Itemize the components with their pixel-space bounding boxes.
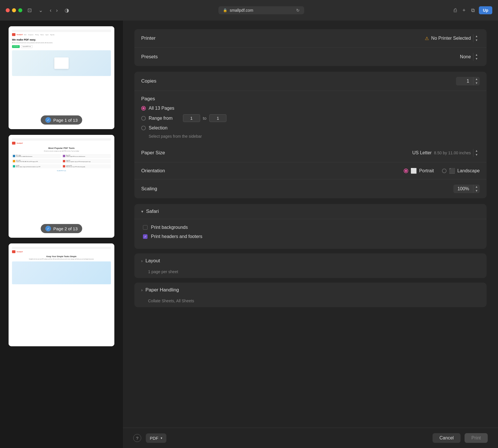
all-pages-label: All 13 Pages (149, 106, 174, 111)
all-pages-row[interactable]: All 13 Pages (141, 106, 480, 111)
share-button[interactable]: ⎙ (452, 6, 459, 15)
scaling-stepper-box[interactable]: 100% ▲ ▼ (453, 185, 480, 193)
range-radio[interactable] (141, 116, 146, 121)
print-backgrounds-row[interactable]: Print backgrounds (143, 225, 478, 230)
range-from-input[interactable] (183, 114, 200, 122)
print-panel: Printer ⚠ No Printer Selected ▲ ▼ Preset… (123, 21, 498, 448)
print-headers-row[interactable]: ✓ Print headers and footers (143, 234, 478, 239)
nav-buttons: ‹ › (48, 6, 59, 15)
presets-label: Presets (141, 54, 181, 60)
paper-size-value[interactable]: US Letter 8.50 by 11.00 inches ▲ ▼ (412, 149, 480, 157)
tabs-button[interactable]: ⧉ (469, 6, 477, 15)
warning-icon: ⚠ (425, 36, 429, 41)
page-1-hero-title: We make PDF easy. (12, 38, 111, 41)
paper-size-down-btn[interactable]: ▼ (473, 153, 480, 157)
print-headers-checkbox[interactable]: ✓ (143, 234, 148, 239)
print-headers-label: Print headers and footers (151, 234, 202, 239)
range-to-input[interactable] (209, 114, 226, 122)
tools-grid: PDF to WordConvert PDFs to editable Word… (12, 154, 111, 168)
printer-value[interactable]: ⚠ No Printer Selected ▲ ▼ (425, 34, 480, 42)
page-thumbnail-3[interactable]: Smallpdf Keep Your Simple Tasks Simple S… (9, 243, 114, 346)
portrait-option[interactable]: ⬜ Portrait (404, 168, 434, 174)
printer-down-btn[interactable]: ▼ (473, 38, 480, 42)
tool-text-esign: eSign PDFCreate your signature, sign you… (66, 160, 91, 162)
logo-box (12, 33, 15, 36)
portrait-radio[interactable] (404, 169, 408, 173)
sidebar-dropdown-button[interactable]: ⌄ (37, 6, 45, 15)
safari-content: Print backgrounds ✓ Print headers and fo… (134, 219, 487, 249)
page-1-label: ✓ Page 1 of 13 (41, 115, 82, 125)
print-backgrounds-checkbox[interactable] (143, 225, 148, 230)
fullscreen-button[interactable] (18, 8, 22, 12)
safari-title: Safari (146, 209, 159, 214)
scaling-down-btn[interactable]: ▼ (473, 189, 480, 193)
printer-name: No Printer Selected (431, 36, 471, 41)
copies-stepper-box[interactable]: 1 ▲ ▼ (456, 77, 480, 85)
copies-down-btn[interactable]: ▼ (473, 81, 480, 85)
sidebar-toggle-button[interactable]: ⊡ (26, 6, 33, 15)
range-radio-row[interactable]: Range from to (141, 114, 480, 122)
tool-text-word: PDF to WordConvert PDFs to editable Word… (16, 155, 32, 157)
selection-radio[interactable] (141, 126, 146, 130)
layout-sub: 1 page per sheet (134, 268, 487, 278)
page-1-btns: Get Pro Now Explore All PDF Tools (12, 45, 111, 48)
up-button[interactable]: Up (479, 6, 492, 14)
pdf-label: PDF (150, 436, 158, 441)
tool-compress: Compress PDFReduce the size of your PDF … (62, 164, 111, 168)
bottom-right-buttons: Cancel Print (433, 433, 488, 443)
presets-up-btn[interactable]: ▲ (473, 53, 480, 57)
paper-handling-header[interactable]: › Paper Handling (134, 283, 487, 297)
landscape-option[interactable]: ⬛ Landscape (442, 168, 480, 174)
cancel-button[interactable]: Cancel (433, 433, 461, 443)
tool-icon-edit (13, 165, 15, 167)
main-area: Smallpdf ToolsCompressPricingTeamsLog In… (0, 21, 498, 448)
page-2-content: Smallpdf Most Popular PDF Tools 21 tools… (9, 135, 114, 238)
copies-up-btn[interactable]: ▲ (473, 77, 480, 81)
paper-size-up-btn[interactable]: ▲ (473, 149, 480, 153)
layout-section: › Layout 1 page per sheet (134, 253, 487, 278)
presets-down-btn[interactable]: ▼ (473, 57, 480, 61)
back-button[interactable]: ‹ (48, 6, 53, 15)
page-thumbnail-1[interactable]: Smallpdf ToolsCompressPricingTeamsLog In… (9, 26, 114, 129)
printer-up-btn[interactable]: ▲ (473, 34, 480, 38)
paper-size-stepper[interactable]: ▲ ▼ (473, 149, 480, 157)
layout-header[interactable]: › Layout (134, 253, 487, 268)
copies-row: Copies 1 ▲ ▼ (134, 72, 487, 91)
tool-icon-word (13, 155, 15, 157)
content-filter-button[interactable]: ◑ (63, 6, 71, 15)
forward-button[interactable]: › (54, 6, 59, 15)
print-backgrounds-label: Print backgrounds (151, 225, 188, 230)
selection-radio-row[interactable]: Selection (141, 125, 480, 131)
copies-stepper-btns[interactable]: ▲ ▼ (473, 77, 480, 85)
print-button[interactable]: Print (465, 433, 488, 443)
presets-stepper[interactable]: ▲ ▼ (473, 53, 480, 61)
new-tab-button[interactable]: + (461, 6, 467, 15)
page-3-title: Keep Your Simple Tasks Simple (12, 255, 111, 257)
scaling-row: Scaling 100% ▲ ▼ (134, 179, 487, 198)
address-bar[interactable]: 🔒 smallpdf.com ↻ (218, 6, 304, 14)
layout-title: Layout (146, 258, 160, 264)
scaling-stepper-btns[interactable]: ▲ ▼ (473, 185, 480, 193)
svg-rect-3 (55, 62, 61, 62)
close-button[interactable] (6, 8, 10, 12)
landscape-label: Landscape (457, 168, 480, 173)
printer-presets-section: Printer ⚠ No Printer Selected ▲ ▼ Preset… (134, 29, 487, 66)
tool-edit-pdf: Edit PDFAdd text, shapes, images and fre… (12, 164, 61, 168)
page-3-logo: Smallpdf (12, 250, 111, 253)
page-2-label-text: Page 2 of 13 (53, 226, 77, 231)
minimize-button[interactable] (12, 8, 16, 12)
pdf-dropdown[interactable]: PDF ▾ (146, 433, 166, 443)
all-pages-radio[interactable] (141, 106, 146, 111)
reload-icon[interactable]: ↻ (296, 8, 300, 13)
landscape-radio[interactable] (442, 169, 447, 173)
page-thumbnail-2[interactable]: Smallpdf Most Popular PDF Tools 21 tools… (9, 135, 114, 238)
safari-header[interactable]: ▾ Safari (134, 204, 487, 219)
presets-value[interactable]: None ▲ ▼ (460, 53, 480, 61)
explore-btn: Explore All PDF Tools (21, 45, 33, 48)
help-button[interactable]: ? (133, 434, 141, 442)
address-bar-container: 🔒 smallpdf.com ↻ (74, 6, 449, 14)
printer-stepper[interactable]: ▲ ▼ (473, 34, 480, 42)
svg-rect-0 (54, 58, 66, 68)
browser-right-buttons: ⎙ + ⧉ Up (452, 6, 492, 15)
scaling-up-btn[interactable]: ▲ (473, 185, 480, 189)
